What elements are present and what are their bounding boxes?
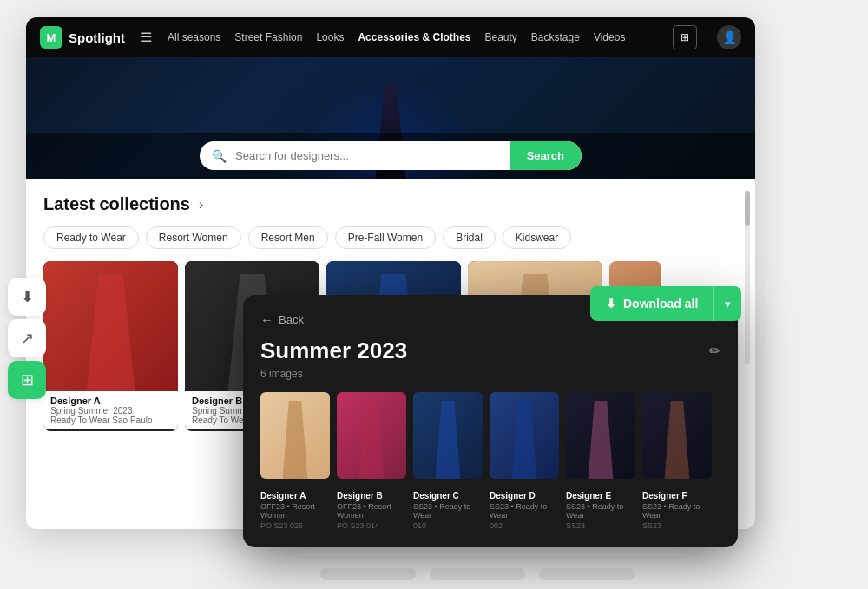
modal-thumb[interactable] [413, 392, 483, 479]
designer-season: OFF23 • Resort Women [260, 502, 330, 520]
modal-title: Summer 2023 [260, 337, 407, 364]
pill-decoration [320, 568, 416, 580]
back-arrow-icon: ← [260, 312, 273, 327]
modal-thumb[interactable] [260, 392, 330, 479]
modal-designer-card[interactable]: Designer E SS23 • Ready to Wear SS23 [566, 491, 635, 530]
pill-decoration [539, 568, 635, 580]
nav-right: ⊞ | 👤 [673, 25, 741, 49]
edit-icon[interactable]: ✏ [709, 343, 720, 359]
share-side-button[interactable]: ↗ [8, 319, 46, 357]
card-info: Designer A Spring Summer 2023Ready To We… [43, 391, 178, 429]
scrollbar-vertical[interactable] [745, 191, 750, 364]
modal-thumb[interactable] [490, 392, 559, 479]
logo-icon: M [40, 26, 62, 49]
pill-decoration [430, 568, 525, 580]
filter-tabs: Ready to Wear Resort Women Resort Men Pr… [43, 226, 738, 249]
designer-name: Designer E [566, 491, 635, 501]
search-icon: 🔍 [200, 149, 235, 163]
nav-logo[interactable]: M Spotlight [40, 26, 125, 49]
grid-view-icon[interactable]: ⊞ [673, 25, 697, 49]
designer-season: SS23 • Ready to Wear [490, 502, 559, 520]
download-all-button[interactable]: ⬇ Download all [590, 286, 713, 321]
bottom-pills [87, 568, 868, 580]
section-header: Latest collections › [43, 194, 738, 214]
download-icon: ⬇ [606, 297, 616, 311]
filter-bridal[interactable]: Bridal [443, 226, 496, 249]
download-all-label: Download all [623, 297, 698, 311]
modal-designer-card[interactable]: Designer A OFF23 • Resort Women PO S23 0… [260, 491, 330, 530]
section-title: Latest collections [43, 194, 190, 214]
designer-name: Designer F [642, 491, 712, 501]
modal-designer-card[interactable]: Designer D SS23 • Ready to Wear 002 [490, 491, 559, 530]
side-panel: ⬇ ↗ ⊞ [0, 278, 54, 399]
hamburger-icon[interactable]: ☰ [141, 29, 152, 45]
modal-thumb[interactable] [642, 392, 712, 479]
filter-pre-fall-women[interactable]: Pre-Fall Women [335, 226, 436, 249]
card-season: Spring Summer 2023Ready To Wear Sao Paul… [50, 406, 171, 425]
modal-images-row [260, 392, 720, 479]
designer-season: SS23 • Ready to Wear [413, 502, 483, 520]
nav-links: All seasons Street Fashion Looks Accesso… [168, 31, 657, 43]
nav-bar: M Spotlight ☰ All seasons Street Fashion… [26, 17, 755, 57]
section-next-arrow[interactable]: › [199, 197, 203, 213]
modal-thumb[interactable] [337, 392, 406, 479]
nav-link-videos[interactable]: Videos [594, 31, 625, 43]
filter-kidswear[interactable]: Kidswear [503, 226, 571, 249]
card-designer: Designer A [50, 396, 171, 406]
search-input[interactable] [235, 141, 510, 170]
collection-card[interactable]: Designer A Spring Summer 2023Ready To We… [43, 261, 178, 431]
search-box: 🔍 Search [200, 141, 582, 170]
designer-name: Designer C [413, 491, 483, 501]
designer-name: Designer D [490, 491, 559, 501]
nav-link-backstage[interactable]: Backstage [531, 31, 580, 43]
grid-side-button[interactable]: ⊞ [8, 361, 46, 399]
nav-link-looks[interactable]: Looks [316, 31, 344, 43]
filter-ready-to-wear[interactable]: Ready to Wear [43, 226, 139, 249]
filter-resort-men[interactable]: Resort Men [248, 226, 328, 249]
hero-search-bar: 🔍 Search [26, 133, 755, 179]
back-label: Back [279, 313, 304, 326]
user-icon[interactable]: 👤 [717, 25, 741, 49]
designer-season: SS23 • Ready to Wear [642, 502, 712, 520]
search-button[interactable]: Search [510, 141, 582, 170]
designer-code: SS23 [642, 521, 712, 530]
download-button-group: ⬇ Download all ▾ [590, 286, 741, 321]
nav-link-street[interactable]: Street Fashion [234, 31, 302, 43]
designer-code: 010 [413, 521, 483, 530]
modal-designers-row: Designer A OFF23 • Resort Women PO S23 0… [260, 491, 720, 530]
nav-link-accessories[interactable]: Accessories & Clothes [358, 31, 470, 43]
hero-banner: 🔍 Search [26, 57, 755, 179]
designer-code: SS23 [566, 521, 635, 530]
filter-resort-women[interactable]: Resort Women [146, 226, 241, 249]
designer-season: OFF23 • Resort Women [337, 502, 406, 520]
download-dropdown-button[interactable]: ▾ [713, 286, 741, 321]
modal-designer-card[interactable]: Designer B OFF23 • Resort Women PO S23 0… [337, 491, 406, 530]
designer-name: Designer A [260, 491, 330, 501]
nav-link-all-seasons[interactable]: All seasons [168, 31, 220, 43]
scrollbar-thumb[interactable] [745, 191, 750, 226]
designer-name: Designer B [337, 491, 406, 501]
designer-code: PO S23 014 [337, 521, 406, 530]
nav-link-beauty[interactable]: Beauty [485, 31, 517, 43]
app-name: Spotlight [69, 30, 125, 45]
designer-season: SS23 • Ready to Wear [566, 502, 635, 520]
download-side-button[interactable]: ⬇ [8, 278, 46, 316]
modal-header: Summer 2023 ✏ [260, 337, 720, 364]
modal-designer-card[interactable]: Designer C SS23 • Ready to Wear 010 [413, 491, 483, 530]
designer-code: 002 [490, 521, 559, 530]
modal-overlay: ← Back Summer 2023 ✏ 6 images Designer A [243, 295, 738, 547]
modal-subtitle: 6 images [260, 368, 720, 380]
modal-thumb[interactable] [566, 392, 635, 479]
modal-designer-card[interactable]: Designer F SS23 • Ready to Wear SS23 [642, 491, 712, 530]
designer-code: PO S23 026 [260, 521, 330, 530]
